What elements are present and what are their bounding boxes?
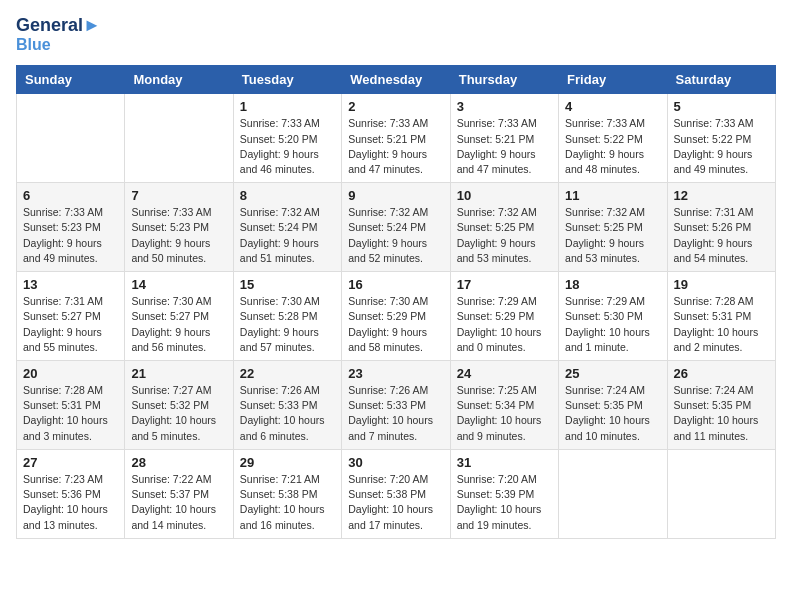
- calendar-cell: 23Sunrise: 7:26 AM Sunset: 5:33 PM Dayli…: [342, 361, 450, 450]
- day-number: 26: [674, 366, 769, 381]
- day-number: 13: [23, 277, 118, 292]
- weekday-header: Friday: [559, 66, 667, 94]
- calendar-table: SundayMondayTuesdayWednesdayThursdayFrid…: [16, 65, 776, 538]
- day-number: 4: [565, 99, 660, 114]
- day-info: Sunrise: 7:22 AM Sunset: 5:37 PM Dayligh…: [131, 472, 226, 533]
- day-info: Sunrise: 7:33 AM Sunset: 5:21 PM Dayligh…: [457, 116, 552, 177]
- calendar-header-row: SundayMondayTuesdayWednesdayThursdayFrid…: [17, 66, 776, 94]
- day-info: Sunrise: 7:30 AM Sunset: 5:27 PM Dayligh…: [131, 294, 226, 355]
- day-info: Sunrise: 7:25 AM Sunset: 5:34 PM Dayligh…: [457, 383, 552, 444]
- calendar-cell: 31Sunrise: 7:20 AM Sunset: 5:39 PM Dayli…: [450, 449, 558, 538]
- calendar-cell: 19Sunrise: 7:28 AM Sunset: 5:31 PM Dayli…: [667, 272, 775, 361]
- day-info: Sunrise: 7:33 AM Sunset: 5:23 PM Dayligh…: [23, 205, 118, 266]
- day-number: 22: [240, 366, 335, 381]
- page-header: General► Blue: [16, 16, 776, 53]
- calendar-cell: 13Sunrise: 7:31 AM Sunset: 5:27 PM Dayli…: [17, 272, 125, 361]
- day-info: Sunrise: 7:33 AM Sunset: 5:20 PM Dayligh…: [240, 116, 335, 177]
- weekday-header: Sunday: [17, 66, 125, 94]
- calendar-cell: 18Sunrise: 7:29 AM Sunset: 5:30 PM Dayli…: [559, 272, 667, 361]
- calendar-cell: 12Sunrise: 7:31 AM Sunset: 5:26 PM Dayli…: [667, 183, 775, 272]
- day-info: Sunrise: 7:32 AM Sunset: 5:24 PM Dayligh…: [348, 205, 443, 266]
- weekday-header: Saturday: [667, 66, 775, 94]
- day-number: 3: [457, 99, 552, 114]
- calendar-cell: 11Sunrise: 7:32 AM Sunset: 5:25 PM Dayli…: [559, 183, 667, 272]
- logo: General► Blue: [16, 16, 101, 53]
- day-number: 21: [131, 366, 226, 381]
- day-info: Sunrise: 7:32 AM Sunset: 5:24 PM Dayligh…: [240, 205, 335, 266]
- day-number: 24: [457, 366, 552, 381]
- calendar-week-row: 1Sunrise: 7:33 AM Sunset: 5:20 PM Daylig…: [17, 94, 776, 183]
- calendar-cell: 14Sunrise: 7:30 AM Sunset: 5:27 PM Dayli…: [125, 272, 233, 361]
- weekday-header: Thursday: [450, 66, 558, 94]
- day-number: 8: [240, 188, 335, 203]
- day-number: 23: [348, 366, 443, 381]
- day-info: Sunrise: 7:28 AM Sunset: 5:31 PM Dayligh…: [674, 294, 769, 355]
- calendar-cell: 21Sunrise: 7:27 AM Sunset: 5:32 PM Dayli…: [125, 361, 233, 450]
- day-number: 27: [23, 455, 118, 470]
- weekday-header: Wednesday: [342, 66, 450, 94]
- day-number: 6: [23, 188, 118, 203]
- day-number: 7: [131, 188, 226, 203]
- day-number: 10: [457, 188, 552, 203]
- calendar-cell: 16Sunrise: 7:30 AM Sunset: 5:29 PM Dayli…: [342, 272, 450, 361]
- calendar-cell: [125, 94, 233, 183]
- day-info: Sunrise: 7:31 AM Sunset: 5:27 PM Dayligh…: [23, 294, 118, 355]
- day-info: Sunrise: 7:23 AM Sunset: 5:36 PM Dayligh…: [23, 472, 118, 533]
- calendar-cell: 17Sunrise: 7:29 AM Sunset: 5:29 PM Dayli…: [450, 272, 558, 361]
- calendar-cell: 28Sunrise: 7:22 AM Sunset: 5:37 PM Dayli…: [125, 449, 233, 538]
- day-info: Sunrise: 7:33 AM Sunset: 5:22 PM Dayligh…: [565, 116, 660, 177]
- day-number: 28: [131, 455, 226, 470]
- calendar-week-row: 27Sunrise: 7:23 AM Sunset: 5:36 PM Dayli…: [17, 449, 776, 538]
- calendar-cell: 3Sunrise: 7:33 AM Sunset: 5:21 PM Daylig…: [450, 94, 558, 183]
- calendar-week-row: 20Sunrise: 7:28 AM Sunset: 5:31 PM Dayli…: [17, 361, 776, 450]
- day-info: Sunrise: 7:33 AM Sunset: 5:21 PM Dayligh…: [348, 116, 443, 177]
- day-info: Sunrise: 7:29 AM Sunset: 5:29 PM Dayligh…: [457, 294, 552, 355]
- day-number: 16: [348, 277, 443, 292]
- calendar-cell: 2Sunrise: 7:33 AM Sunset: 5:21 PM Daylig…: [342, 94, 450, 183]
- day-number: 15: [240, 277, 335, 292]
- calendar-week-row: 13Sunrise: 7:31 AM Sunset: 5:27 PM Dayli…: [17, 272, 776, 361]
- calendar-cell: [667, 449, 775, 538]
- day-info: Sunrise: 7:32 AM Sunset: 5:25 PM Dayligh…: [457, 205, 552, 266]
- day-number: 9: [348, 188, 443, 203]
- day-number: 25: [565, 366, 660, 381]
- day-info: Sunrise: 7:32 AM Sunset: 5:25 PM Dayligh…: [565, 205, 660, 266]
- day-info: Sunrise: 7:30 AM Sunset: 5:29 PM Dayligh…: [348, 294, 443, 355]
- weekday-header: Tuesday: [233, 66, 341, 94]
- day-number: 1: [240, 99, 335, 114]
- day-number: 30: [348, 455, 443, 470]
- calendar-cell: 26Sunrise: 7:24 AM Sunset: 5:35 PM Dayli…: [667, 361, 775, 450]
- day-info: Sunrise: 7:33 AM Sunset: 5:22 PM Dayligh…: [674, 116, 769, 177]
- logo-text: General►: [16, 16, 101, 36]
- day-info: Sunrise: 7:24 AM Sunset: 5:35 PM Dayligh…: [674, 383, 769, 444]
- calendar-cell: 4Sunrise: 7:33 AM Sunset: 5:22 PM Daylig…: [559, 94, 667, 183]
- day-number: 5: [674, 99, 769, 114]
- day-info: Sunrise: 7:31 AM Sunset: 5:26 PM Dayligh…: [674, 205, 769, 266]
- day-info: Sunrise: 7:30 AM Sunset: 5:28 PM Dayligh…: [240, 294, 335, 355]
- day-info: Sunrise: 7:26 AM Sunset: 5:33 PM Dayligh…: [348, 383, 443, 444]
- calendar-cell: 9Sunrise: 7:32 AM Sunset: 5:24 PM Daylig…: [342, 183, 450, 272]
- calendar-cell: 24Sunrise: 7:25 AM Sunset: 5:34 PM Dayli…: [450, 361, 558, 450]
- calendar-cell: 20Sunrise: 7:28 AM Sunset: 5:31 PM Dayli…: [17, 361, 125, 450]
- day-info: Sunrise: 7:27 AM Sunset: 5:32 PM Dayligh…: [131, 383, 226, 444]
- day-number: 14: [131, 277, 226, 292]
- weekday-header: Monday: [125, 66, 233, 94]
- calendar-cell: 6Sunrise: 7:33 AM Sunset: 5:23 PM Daylig…: [17, 183, 125, 272]
- calendar-cell: 15Sunrise: 7:30 AM Sunset: 5:28 PM Dayli…: [233, 272, 341, 361]
- day-number: 18: [565, 277, 660, 292]
- logo-text-blue: Blue: [16, 36, 101, 54]
- calendar-cell: 1Sunrise: 7:33 AM Sunset: 5:20 PM Daylig…: [233, 94, 341, 183]
- day-number: 2: [348, 99, 443, 114]
- day-info: Sunrise: 7:21 AM Sunset: 5:38 PM Dayligh…: [240, 472, 335, 533]
- day-number: 20: [23, 366, 118, 381]
- calendar-cell: 5Sunrise: 7:33 AM Sunset: 5:22 PM Daylig…: [667, 94, 775, 183]
- calendar-cell: 29Sunrise: 7:21 AM Sunset: 5:38 PM Dayli…: [233, 449, 341, 538]
- day-info: Sunrise: 7:29 AM Sunset: 5:30 PM Dayligh…: [565, 294, 660, 355]
- calendar-week-row: 6Sunrise: 7:33 AM Sunset: 5:23 PM Daylig…: [17, 183, 776, 272]
- day-number: 29: [240, 455, 335, 470]
- day-number: 11: [565, 188, 660, 203]
- day-number: 17: [457, 277, 552, 292]
- calendar-cell: 30Sunrise: 7:20 AM Sunset: 5:38 PM Dayli…: [342, 449, 450, 538]
- day-info: Sunrise: 7:28 AM Sunset: 5:31 PM Dayligh…: [23, 383, 118, 444]
- calendar-cell: 8Sunrise: 7:32 AM Sunset: 5:24 PM Daylig…: [233, 183, 341, 272]
